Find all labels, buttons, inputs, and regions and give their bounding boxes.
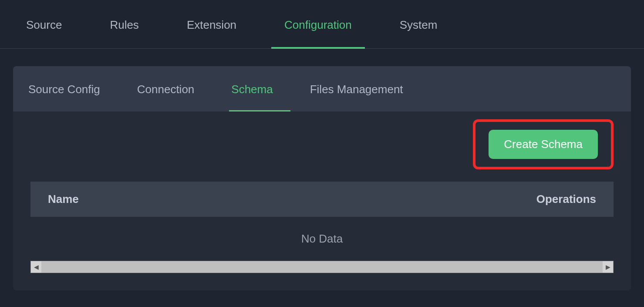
table-empty-state: No Data — [30, 217, 614, 261]
column-header-name: Name — [48, 192, 79, 206]
action-row: Create Schema — [30, 111, 614, 177]
sub-tab-connection[interactable]: Connection — [137, 66, 208, 111]
sub-tabs: Source Config Connection Schema Files Ma… — [13, 66, 631, 111]
column-header-operations: Operations — [536, 192, 596, 206]
tab-system[interactable]: System — [387, 0, 451, 48]
tab-extension[interactable]: Extension — [174, 0, 250, 48]
tab-source[interactable]: Source — [13, 0, 75, 48]
panel-body: Create Schema Name Operations No Data ◀ … — [13, 111, 631, 290]
configuration-panel: Source Config Connection Schema Files Ma… — [13, 66, 631, 290]
sub-tab-source-config[interactable]: Source Config — [26, 66, 113, 111]
schema-table: Name Operations No Data ◀ ▶ — [30, 182, 614, 273]
horizontal-scrollbar[interactable]: ◀ ▶ — [30, 261, 614, 273]
sub-tab-schema[interactable]: Schema — [231, 66, 286, 111]
create-schema-button[interactable]: Create Schema — [489, 130, 598, 159]
highlight-annotation: Create Schema — [473, 119, 614, 169]
sub-tab-files-management[interactable]: Files Management — [310, 66, 416, 111]
tab-configuration[interactable]: Configuration — [271, 0, 365, 48]
tab-rules[interactable]: Rules — [97, 0, 152, 48]
scrollbar-track[interactable] — [41, 261, 603, 273]
main-tabs: Source Rules Extension Configuration Sys… — [0, 0, 644, 49]
table-header: Name Operations — [30, 182, 614, 217]
scroll-left-icon[interactable]: ◀ — [31, 261, 41, 273]
scroll-right-icon[interactable]: ▶ — [603, 261, 613, 273]
